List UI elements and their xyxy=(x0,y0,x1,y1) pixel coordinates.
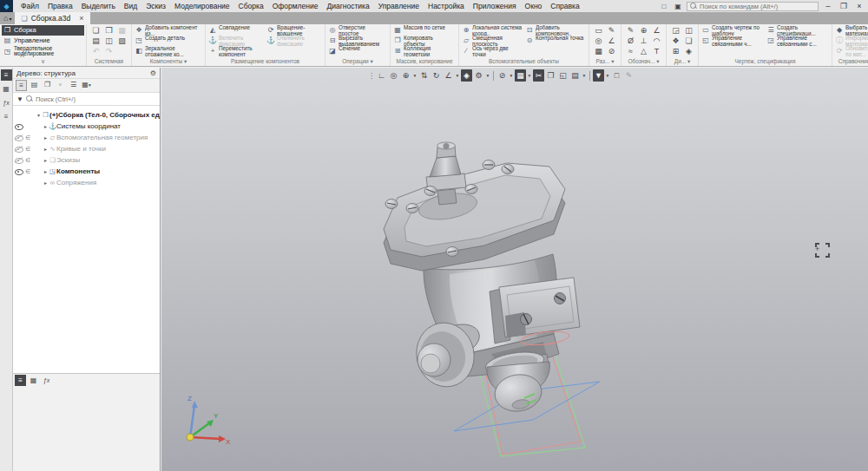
visibility-on-icon[interactable] xyxy=(15,122,23,130)
tree-layers-icon[interactable]: ☰ xyxy=(68,80,79,91)
designation-icon-1[interactable]: ✎ xyxy=(624,25,637,36)
element-of-icon[interactable]: ∈ xyxy=(25,157,30,164)
print-setup-icon[interactable]: ▧ xyxy=(115,36,128,46)
control-point-button[interactable]: ⊙ Контрольная точка xyxy=(525,36,586,46)
create-spec-button[interactable]: ☰ Создать спецификаци... xyxy=(766,25,829,36)
command-search[interactable] xyxy=(687,2,819,11)
collapse-icon[interactable]: ▸ xyxy=(43,123,49,129)
preview-icon[interactable]: ◫ xyxy=(102,36,115,46)
menu-settings[interactable]: Настройка xyxy=(424,2,469,10)
valve-body[interactable] xyxy=(384,142,580,415)
razm-icon-6[interactable]: ⊘ xyxy=(605,46,618,56)
designation-icon-7[interactable]: ≈ xyxy=(624,46,637,56)
local-cs-button[interactable]: ⊕ Локальная система коорд.. xyxy=(462,25,523,36)
menu-edit[interactable]: Правка xyxy=(43,2,77,10)
axis-two-points-button[interactable]: ∕ Ось через две точки xyxy=(462,46,523,56)
razm-icon-3[interactable]: ◎ xyxy=(592,36,605,46)
visibility-off-icon[interactable] xyxy=(15,156,23,164)
group-label-razm[interactable]: Раз... ▾ xyxy=(592,57,618,66)
layout-window-icon[interactable]: □ xyxy=(659,3,669,10)
mode-assembly-button[interactable]: ❒ Сборка xyxy=(2,25,84,36)
close-button[interactable]: × xyxy=(853,2,865,10)
tree-display-icon[interactable]: ▦▾ xyxy=(81,80,92,91)
tree-row-aux-geometry[interactable]: ∈ ▸ ▱ Вспомогательная геометрия xyxy=(13,132,160,143)
tree-row-components[interactable]: ∈ ▸ ◳ Компоненты xyxy=(13,166,160,177)
app-logo-icon[interactable]: ◆ xyxy=(0,0,13,12)
razm-icon-2[interactable]: ✎ xyxy=(605,25,618,36)
menu-select[interactable]: Выделить xyxy=(77,2,120,10)
rotation-rotation-button[interactable]: ⟳ Вращение-вращение xyxy=(266,25,322,36)
razm-icon-1[interactable]: ▭ xyxy=(592,25,605,36)
collapse-icon[interactable]: ▸ xyxy=(43,180,49,186)
razm-icon-4[interactable]: ∠ xyxy=(605,36,618,46)
di-icon-5[interactable]: ⊞ xyxy=(669,46,682,56)
command-search-input[interactable] xyxy=(700,3,815,10)
home-button[interactable]: ⌂ ▾ xyxy=(0,12,15,24)
collapse-icon[interactable]: ▸ xyxy=(43,157,49,163)
group-label-di[interactable]: Ди... ▾ xyxy=(669,57,695,66)
add-layout-button[interactable]: ⊡ Добавить компоновочн.. xyxy=(525,25,586,36)
designation-icon-3[interactable]: ∠ xyxy=(650,25,663,36)
menu-file[interactable]: Файл xyxy=(16,2,43,10)
print-icon[interactable]: ▤ xyxy=(89,36,102,46)
designation-icon-5[interactable]: ⊥ xyxy=(637,36,650,46)
text-icon[interactable]: T xyxy=(650,46,663,56)
di-icon-6[interactable]: ◈ xyxy=(682,46,695,56)
group-label-designations[interactable]: Обознач... ▾ xyxy=(624,57,663,66)
bottom-tab-grid-icon[interactable]: ▦ xyxy=(28,375,39,386)
designation-icon-8[interactable]: △ xyxy=(637,46,650,56)
manage-specs-button[interactable]: ◲ Управление связанными с... xyxy=(766,36,829,46)
expand-icon[interactable]: ▾ xyxy=(36,112,42,118)
gear-icon[interactable]: ⚙ xyxy=(150,69,156,77)
filter-icon[interactable]: ▼ xyxy=(16,95,23,103)
tree-row-mates[interactable]: ▸ ∞ Сопряжения xyxy=(13,177,160,188)
bottom-tab-fx-icon[interactable]: ƒx xyxy=(41,375,52,386)
visibility-off-icon[interactable] xyxy=(15,145,23,153)
di-icon-1[interactable]: ◲ xyxy=(669,25,682,36)
mirror-component-button[interactable]: ◧ Зеркальное отражение ко... xyxy=(135,46,202,56)
create-drawing-button[interactable]: ▭ Создать чертеж по шаблону xyxy=(701,25,764,36)
bottom-tab-tree-icon[interactable]: ≡ xyxy=(15,375,26,386)
tree-doc-icon[interactable]: ❐ xyxy=(42,80,53,91)
ribbon-collapse[interactable]: ∨ xyxy=(2,57,84,66)
mode-solid-modeling-button[interactable]: ◳ Твердотельное моделирование xyxy=(2,45,84,57)
mode-management-button[interactable]: ▤ Управление xyxy=(2,36,84,46)
layout-panels-icon[interactable]: ▣ xyxy=(673,3,683,10)
section-button[interactable]: ◪ Сечение xyxy=(328,46,387,56)
element-of-icon[interactable]: ∈ xyxy=(25,134,30,141)
new-document-icon[interactable]: ❏ xyxy=(89,25,102,36)
collapse-icon[interactable]: ▸ xyxy=(43,146,49,152)
assembly-3d-model[interactable]: Z Y X xyxy=(161,68,868,471)
menu-assembly[interactable]: Сборка xyxy=(234,2,268,10)
copy-objects-button[interactable]: ❐ Копировать объекты xyxy=(393,36,456,46)
menu-window[interactable]: Окно xyxy=(521,2,547,10)
menu-diagnostics[interactable]: Диагностика xyxy=(322,2,373,10)
menu-applications[interactable]: Приложения xyxy=(469,2,521,10)
tab-close-icon[interactable]: × xyxy=(79,14,83,23)
visibility-off-icon[interactable] xyxy=(15,134,23,141)
element-of-icon[interactable]: ∈ xyxy=(25,146,30,153)
tree-row-coordinate-systems[interactable]: ▸ ⚓ Системы координат xyxy=(13,121,160,132)
grid-array-button[interactable]: ▦ Массив по сетке xyxy=(393,25,456,36)
collapse-icon[interactable]: ▸ xyxy=(43,134,49,141)
geometry-collection-button[interactable]: ⊞ Коллекция геометрии xyxy=(393,46,456,56)
tree-row-assembly[interactable]: ▾ ❒ (+)Сборка (Тел-0, Сборочных единиц- xyxy=(13,109,160,121)
panel-menu-icon[interactable]: ≡ xyxy=(1,111,12,122)
coincide-button[interactable]: ◭ Совпадение xyxy=(208,25,264,36)
tree-selection-icon[interactable]: ▫ xyxy=(55,80,66,91)
add-component-button[interactable]: ❖ Добавить компонент из... xyxy=(135,25,202,36)
offset-plane-button[interactable]: ▱ Смещенная плоскость xyxy=(462,36,523,46)
tree-row-sketches[interactable]: ∈ ▸ ❏ Эскизы xyxy=(13,154,160,166)
restore-button[interactable]: ❐ xyxy=(838,2,850,10)
variables-panel-icon[interactable]: ƒx xyxy=(1,97,12,108)
element-of-icon[interactable]: ∈ xyxy=(25,168,30,175)
di-icon-2[interactable]: ◫ xyxy=(682,25,695,36)
menu-view[interactable]: Вид xyxy=(120,2,141,10)
designation-icon-6[interactable]: ◠ xyxy=(650,36,663,46)
simple-hole-button[interactable]: ◎ Отверстие простое xyxy=(328,25,387,36)
tree-structure-icon[interactable]: ≡ xyxy=(16,80,27,91)
collapse-icon[interactable]: ▸ xyxy=(43,168,49,174)
cut-extrude-button[interactable]: ⊟ Вырезать выдавливанием xyxy=(328,36,387,46)
di-icon-4[interactable]: ❏ xyxy=(682,36,695,46)
manage-drawings-button[interactable]: ◱ Управление связанными ч... xyxy=(701,36,764,46)
